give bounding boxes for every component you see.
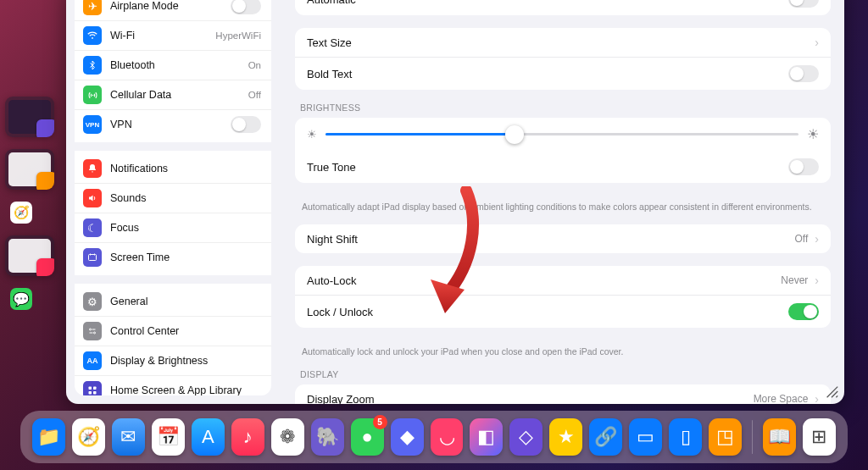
dock-display-icon[interactable]: ▭ — [629, 418, 662, 456]
airplane-icon: ✈︎ — [83, 0, 102, 15]
sidebar-item-label: Sounds — [110, 192, 261, 204]
dock-mail-icon[interactable]: ✉︎ — [112, 418, 145, 456]
sidebar-item-display[interactable]: AA Display & Brightness — [75, 346, 271, 375]
notifications-icon — [83, 159, 102, 178]
bold-toggle[interactable] — [788, 65, 819, 82]
sidebar-item-control-center[interactable]: Control Center — [75, 316, 271, 346]
vpn-icon: VPN — [83, 115, 102, 134]
sidebar-item-value: Off — [248, 90, 261, 100]
sidebar-item-general[interactable]: ⚙ General — [75, 287, 271, 316]
group-nightshift: Night Shift Off › — [295, 224, 831, 253]
sidebar-item-screentime[interactable]: Screen Time — [75, 242, 271, 272]
row-label: Automatic — [307, 0, 788, 6]
dock-safari-icon[interactable]: 🧭 — [72, 418, 105, 456]
sidebar-item-label: Notifications — [110, 163, 261, 174]
sidebar-item-bluetooth[interactable]: Bluetooth On — [75, 50, 271, 80]
row-bold-text[interactable]: Bold Text — [295, 57, 831, 90]
stage-safari-icon[interactable]: 🧭 — [10, 202, 32, 224]
dock-mastodon-icon[interactable]: 🐘 — [311, 418, 344, 456]
sidebar-section-network: ✈︎ Airplane Mode Wi-Fi HyperWiFi Bluetoo… — [75, 0, 271, 142]
settings-window: ✈︎ Airplane Mode Wi-Fi HyperWiFi Bluetoo… — [66, 0, 844, 404]
sidebar-item-cellular[interactable]: Cellular Data Off — [75, 80, 271, 109]
truetone-toggle[interactable] — [788, 158, 819, 175]
focus-icon: ☾ — [83, 218, 102, 237]
svg-point-0 — [92, 37, 93, 39]
slider-knob[interactable] — [505, 125, 524, 144]
homescreen-icon — [83, 381, 102, 395]
dock-books-icon[interactable]: 📖 — [763, 418, 796, 456]
dock-links-icon[interactable]: 🔗 — [589, 418, 622, 456]
sun-large-icon: ☀︎ — [807, 126, 819, 142]
section-header-brightness: BRIGHTNESS — [295, 102, 831, 118]
row-automatic[interactable]: Automatic — [295, 0, 831, 15]
brightness-slider[interactable] — [326, 133, 798, 135]
dock-photos-icon[interactable]: ❁ — [271, 418, 304, 456]
stage-group[interactable] — [5, 235, 54, 276]
row-lock-unlock[interactable]: Lock / Unlock — [295, 295, 831, 328]
dock-music-icon[interactable]: ♪ — [231, 418, 264, 456]
row-label: Night Shift — [307, 233, 795, 246]
stage-messages-icon[interactable]: 💬 — [10, 288, 32, 310]
dock-messages-icon[interactable]: ●5 — [351, 418, 384, 456]
sidebar-item-wifi[interactable]: Wi-Fi HyperWiFi — [75, 20, 271, 50]
dock-calendar-icon[interactable]: 📅 — [152, 418, 185, 456]
row-auto-lock[interactable]: Auto-Lock Never › — [295, 266, 831, 295]
dock-cube-icon[interactable]: ◳ — [709, 418, 742, 456]
automatic-toggle[interactable] — [788, 0, 819, 8]
airplane-toggle[interactable] — [231, 0, 261, 14]
row-text-size[interactable]: Text Size › — [295, 28, 831, 57]
svg-rect-8 — [93, 391, 97, 395]
sidebar-item-label: Bluetooth — [110, 59, 248, 71]
dock-star-icon[interactable]: ★ — [549, 418, 582, 456]
dock-divider — [752, 420, 753, 454]
row-true-tone[interactable]: True Tone — [295, 151, 831, 183]
footnote-lock: Automatically lock and unlock your iPad … — [295, 340, 831, 357]
chevron-right-icon: › — [815, 392, 819, 404]
dock-split-icon[interactable]: ⊞ — [803, 418, 836, 456]
svg-point-4 — [94, 332, 96, 334]
sidebar-item-sounds[interactable]: Sounds — [75, 183, 271, 213]
sidebar-item-notifications[interactable]: Notifications — [75, 154, 271, 183]
settings-sidebar: ✈︎ Airplane Mode Wi-Fi HyperWiFi Bluetoo… — [75, 0, 271, 395]
row-night-shift[interactable]: Night Shift Off › — [295, 224, 831, 253]
sidebar-item-label: Display & Brightness — [110, 355, 261, 367]
row-label: Display Zoom — [307, 393, 754, 404]
display-icon: AA — [83, 351, 102, 370]
svg-rect-7 — [89, 391, 92, 395]
gear-icon: ⚙ — [83, 292, 102, 311]
dock-discord-icon[interactable]: ◆ — [391, 418, 424, 456]
row-display-zoom[interactable]: Display Zoom More Space › — [295, 384, 831, 404]
svg-rect-5 — [89, 387, 92, 390]
row-label: True Tone — [307, 161, 788, 174]
sidebar-item-airplane[interactable]: ✈︎ Airplane Mode — [75, 0, 271, 20]
sidebar-item-vpn[interactable]: VPN VPN — [75, 109, 271, 139]
dock-files-icon[interactable]: 📁 — [32, 418, 65, 456]
group-lock: Auto-Lock Never › Lock / Unlock — [295, 266, 831, 328]
vpn-toggle[interactable] — [231, 116, 261, 133]
sidebar-item-value: On — [248, 60, 261, 70]
sidebar-item-focus[interactable]: ☾ Focus — [75, 213, 271, 242]
sidebar-item-label: General — [110, 296, 261, 307]
resize-handle-icon[interactable] — [824, 384, 839, 399]
sidebar-item-label: Airplane Mode — [110, 0, 231, 12]
sidebar-item-label: VPN — [110, 119, 231, 130]
dock-ipad-icon[interactable]: ▯ — [669, 418, 702, 456]
badge: 5 — [373, 415, 387, 429]
sounds-icon — [83, 189, 102, 207]
sidebar-item-homescreen[interactable]: Home Screen & App Library — [75, 375, 271, 395]
screentime-icon — [83, 248, 102, 267]
control-center-icon — [83, 322, 102, 340]
dock-pocket-icon[interactable]: ◡ — [431, 418, 464, 456]
dock-shortcuts-icon[interactable]: ◧ — [470, 418, 503, 456]
row-value: More Space — [754, 393, 809, 404]
sidebar-item-label: Cellular Data — [110, 89, 248, 101]
dock-appstore-icon[interactable]: A — [192, 418, 225, 456]
stage-group[interactable] — [5, 149, 54, 190]
dock-obsidian-icon[interactable]: ◇ — [509, 418, 542, 456]
row-brightness-slider[interactable]: ☀︎ ☀︎ — [295, 118, 831, 151]
lockunlock-toggle[interactable] — [788, 303, 819, 320]
stage-group[interactable] — [5, 97, 54, 137]
sidebar-item-label: Focus — [110, 222, 261, 234]
wifi-icon — [83, 26, 102, 45]
sidebar-item-value: HyperWiFi — [215, 30, 261, 41]
